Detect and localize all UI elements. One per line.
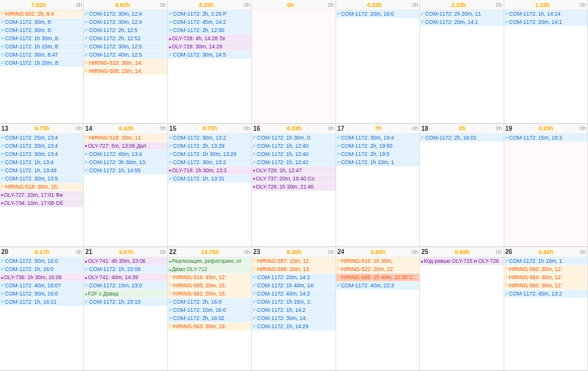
event-2-2-1[interactable]: ●Демо OLY-712: [168, 265, 251, 274]
event-0-1-3[interactable]: ✓COM-1172: 2h, 12:52: [84, 35, 167, 43]
event-2-0-3[interactable]: ✓COM-1172: 40m, 16:07: [0, 282, 83, 290]
event-text: OLY-736: 1h 30m, 16:06: [4, 274, 62, 280]
event-1-4-3[interactable]: ✓COM-1172: 1h 10m, 1: [336, 158, 419, 167]
event-2-3-6[interactable]: ✓COM-1172: 1h, 14:2: [252, 306, 335, 314]
event-2-2-2[interactable]: ⚐HIRING-516: 45m, 12:: [168, 274, 251, 282]
event-2-2-4[interactable]: ⚐HIRING-581: 20m, 15:: [168, 290, 251, 298]
event-2-0-1[interactable]: ✓COM-1172: 1h, 16:0: [0, 265, 83, 274]
event-1-1-2[interactable]: ✓COM-1172: 45m, 13:4: [84, 150, 167, 158]
event-1-3-1[interactable]: ✓COM-1172: 1h, 12:40: [252, 142, 335, 150]
event-0-2-2[interactable]: ✓COM-1172: 2h, 12:50: [168, 26, 251, 35]
event-1-0-3[interactable]: ✓COM-1172: 1h, 13:4: [0, 158, 83, 167]
event-1-3-6[interactable]: ●OLY-726: 1h 30m, 21:46: [252, 183, 335, 191]
event-0-4-0[interactable]: ✓COM-1172: 20m, 16:0: [336, 10, 419, 18]
event-1-1-3[interactable]: ✓COM-1172: 3h 30m, 13:: [84, 158, 167, 167]
event-2-0-5[interactable]: ✓COM-1172: 1h, 16:11: [0, 298, 83, 306]
event-2-3-2[interactable]: ✓COM-1172: 20m, 14:2: [252, 274, 335, 282]
event-2-1-4[interactable]: ●F2F с Давид: [84, 290, 167, 298]
event-1-4-1[interactable]: ✓COM-1172: 2h, 19:50: [336, 142, 419, 150]
event-1-0-7[interactable]: ●OLY-727: 20m, 17:01 Фи: [0, 191, 83, 199]
event-0-1-6[interactable]: ⚐HIRING-510: 30m, 14:: [84, 59, 167, 67]
event-2-2-8[interactable]: ⚐HIRING-563: 30m, 16:: [168, 323, 251, 331]
event-2-0-2[interactable]: ●OLY-736: 1h 30m, 16:06: [0, 274, 83, 282]
event-1-2-4[interactable]: ●OLY-718: 1h 30m, 13:3: [168, 167, 251, 175]
event-2-6-0[interactable]: ✓COM-1172: 1h 10m, 1:: [504, 257, 587, 265]
event-2-2-0[interactable]: ●Реализация, рефаторинг, от: [168, 257, 251, 265]
event-0-0-1[interactable]: ✓COM-1172: 30m, 8:: [0, 18, 83, 26]
event-0-2-0[interactable]: ✓COM-1172: 2h, 2:29 P: [168, 10, 251, 18]
event-2-1-0[interactable]: ●OLY-741: 4h 30m, 23:06: [84, 257, 167, 265]
event-1-3-0[interactable]: ✓COM-1172: 1h 30m, 0:: [252, 134, 335, 142]
event-1-3-2[interactable]: ✓COM-1172: 1h, 12:40: [252, 150, 335, 158]
event-1-2-1[interactable]: ✓COM-1172: 2h, 13:29: [168, 142, 251, 150]
event-1-0-1[interactable]: ✓COM-1172: 20m, 13:4: [0, 142, 83, 150]
event-2-3-4[interactable]: ✓COM-1172: 40m, 14:2: [252, 290, 335, 298]
event-0-1-7[interactable]: ⚐HIRING-508: 15m, 14:: [84, 67, 167, 75]
event-1-0-5[interactable]: ✓COM-1172: 30m, 13:5: [0, 175, 83, 183]
event-0-1-4[interactable]: ✓COM-1172: 30m, 12:5: [84, 43, 167, 51]
event-0-0-6[interactable]: ✓COM-1172: 1h 20m, 8:: [0, 59, 83, 67]
event-1-1-4[interactable]: ✓COM-1172: 1h, 14:55: [84, 167, 167, 175]
event-2-2-6[interactable]: ✓COM-1172: 15m, 16:0: [168, 306, 251, 314]
event-1-0-2[interactable]: ✓COM-1172: 30m, 13:4: [0, 150, 83, 158]
event-1-2-5[interactable]: ✓COM-1172: 1h, 13:31: [168, 175, 251, 183]
event-0-2-4[interactable]: ●OLY-728: 30m, 14:29: [168, 43, 251, 51]
event-0-0-3[interactable]: ✓COM-1172: 1h 30m, 8:: [0, 35, 83, 43]
event-2-6-4[interactable]: ✓COM-1172: 45m, 13:2: [504, 290, 587, 298]
event-2-6-2[interactable]: ⚐HIRING-584: 30m, 12:: [504, 274, 587, 282]
event-1-0-0[interactable]: ✓COM-1172: 25m, 13:4: [0, 134, 83, 142]
event-0-0-5[interactable]: ✓COM-1172: 30m, 8:47: [0, 51, 83, 59]
event-1-0-8[interactable]: ●OLY-734: 10m, 17:08 Об: [0, 199, 83, 208]
event-2-4-1[interactable]: ⚐HIRING-522: 20m, 22:: [336, 265, 419, 274]
event-0-0-4[interactable]: ✓COM-1172: 1h 15m, 8:: [0, 43, 83, 51]
event-1-2-2[interactable]: ✓COM-1172: 1h 30m, 13:29: [168, 150, 251, 158]
event-2-6-1[interactable]: ⚐HIRING-560: 30m, 12:: [504, 265, 587, 274]
event-2-3-3[interactable]: ✓COM-1172: 1h 40m, 14:: [252, 282, 335, 290]
event-2-3-8[interactable]: ✓COM-1172: 1h, 14:29: [252, 323, 335, 331]
event-0-2-3[interactable]: ●OLY-728: 4h, 14:28 Те: [168, 35, 251, 43]
event-1-3-3[interactable]: ✓COM-1172: 1h, 12:42: [252, 158, 335, 167]
event-2-0-4[interactable]: ✓COM-1172: 30m, 16:0: [0, 290, 83, 298]
event-2-1-2[interactable]: ●OLY-741: 40m, 14:39: [84, 274, 167, 282]
event-2-2-7[interactable]: ✓COM-1172: 2h, 16:02: [168, 314, 251, 323]
event-0-0-0[interactable]: ⚐HIRING-502: 2h, 8:4: [0, 10, 83, 18]
event-0-1-5[interactable]: ✓COM-1172: 40m, 12:5: [84, 51, 167, 59]
event-0-2-5[interactable]: ✓COM-1172: 30m, 14:5: [168, 51, 251, 59]
event-1-0-4[interactable]: ✓COM-1172: 1h, 13:49: [0, 167, 83, 175]
event-2-3-5[interactable]: ✓COM-1172: 1h 15m, 1:: [252, 298, 335, 306]
event-2-5-0[interactable]: ●Код-ревью OLY-725 и OLY-726: [420, 257, 503, 265]
event-1-1-0[interactable]: ⚐HIRING-518: 20m, 11:: [84, 134, 167, 142]
event-2-4-0[interactable]: ⚐HIRING-516: 1h 30m,: [336, 257, 419, 265]
event-2-6-3[interactable]: ⚐HIRING-560: 30m, 12:: [504, 282, 587, 290]
event-1-3-4[interactable]: ●OLY-726: 1h, 12:47: [252, 167, 335, 175]
event-2-4-3[interactable]: ✓COM-1172: 40m, 22:3: [336, 282, 419, 290]
event-2-2-3[interactable]: ⚐HIRING-585: 20m, 15:: [168, 282, 251, 290]
event-1-6-0[interactable]: ✓COM-1172: 15m, 18:3: [504, 134, 587, 142]
event-1-5-0[interactable]: ✓COM-1172: 2h, 16:01: [420, 134, 503, 142]
event-1-4-2[interactable]: ✓COM-1172: 2h, 19:5: [336, 150, 419, 158]
event-2-1-1[interactable]: ✓COM-1172: 1h, 23:09: [84, 265, 167, 274]
event-2-1-3[interactable]: ✓COM-1172: 15m, 23:0: [84, 282, 167, 290]
event-0-6-1[interactable]: ✓COM-1172: 20m, 14:1: [504, 18, 587, 26]
event-1-3-5[interactable]: ●OLY-737: 20m, 19:40 Со: [252, 175, 335, 183]
event-0-5-0[interactable]: ✓COM-1172: 2h 20m, 11: [420, 10, 503, 18]
event-0-1-1[interactable]: ✓COM-1172: 30m, 12:4: [84, 18, 167, 26]
event-1-0-6[interactable]: ⚐HIRING-518: 30m, 15:: [0, 183, 83, 191]
event-0-2-1[interactable]: ✓COM-1172: 45m, 14:2: [168, 18, 251, 26]
event-0-6-0[interactable]: ✓COM-1172: 1h, 14:14: [504, 10, 587, 18]
event-2-3-7[interactable]: ✓COM-1172: 30m, 14:: [252, 314, 335, 323]
event-0-0-2[interactable]: ✓COM-1172: 30m, 8:: [0, 26, 83, 35]
event-0-1-0[interactable]: ✓COM-1172: 30m, 12:4: [84, 10, 167, 18]
event-0-5-1[interactable]: ✓COM-1172: 20m, 14:1: [420, 18, 503, 26]
event-1-2-0[interactable]: ✓COM-1172: 30m, 13:2: [168, 134, 251, 142]
event-2-2-5[interactable]: ✓COM-1172: 2h, 16:0: [168, 298, 251, 306]
event-2-3-0[interactable]: ⚐HIRING-587: 10m, 12:: [252, 257, 335, 265]
event-1-2-3[interactable]: ✓COM-1172: 30m, 13:2: [168, 158, 251, 167]
event-1-1-1[interactable]: ●OLY-727: 5m, 13:06 Дел: [84, 142, 167, 150]
event-1-4-0[interactable]: ✓COM-1172: 30m, 19:4: [336, 134, 419, 142]
event-2-3-1[interactable]: ⚐HIRING-588: 20m, 13:: [252, 265, 335, 274]
event-2-4-2[interactable]: ⚐HIRING-585: 1h 40m, 22:30 Собеседование: [336, 274, 419, 282]
event-2-1-5[interactable]: ✓COM-1172: 1h, 23:10: [84, 298, 167, 306]
event-0-1-2[interactable]: ✓COM-1172: 2h, 12:5: [84, 26, 167, 35]
event-2-0-0[interactable]: ✓COM-1172: 30m, 16:0: [0, 257, 83, 265]
